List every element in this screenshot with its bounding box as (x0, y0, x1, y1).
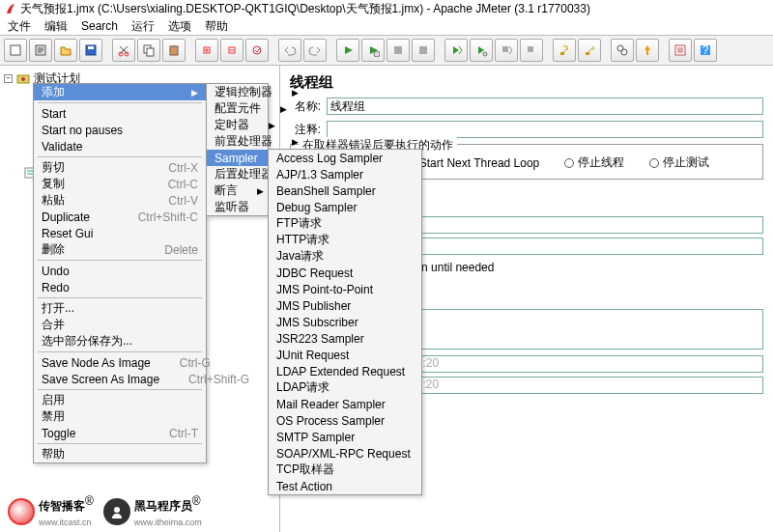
start-button[interactable] (336, 39, 359, 62)
ctx-help[interactable]: 帮助 (34, 446, 206, 462)
ctx2-timer[interactable]: 定时器▶ (207, 117, 268, 133)
menu-file[interactable]: 文件 (8, 18, 31, 35)
ctx-merge[interactable]: 合并 (34, 317, 206, 333)
sampler-item-3[interactable]: Debug Sampler (269, 199, 421, 215)
ctx2-listener[interactable]: 监听器▶ (207, 199, 268, 215)
help-button[interactable]: ? (694, 39, 717, 62)
ctx-saveas[interactable]: 选中部分保存为... (34, 333, 206, 350)
ctx-delete[interactable]: 删除Delete (34, 241, 206, 258)
radio-start-next[interactable]: Start Next Thread Loop (406, 154, 540, 171)
copy-button[interactable] (137, 39, 160, 62)
svg-rect-8 (170, 46, 178, 55)
sampler-item-1[interactable]: AJP/1.3 Sampler (269, 166, 421, 182)
sampler-item-14[interactable]: LDAP请求 (269, 379, 421, 396)
function-helper-button[interactable] (669, 39, 692, 62)
ctx2-sampler[interactable]: Sampler▶ (207, 150, 268, 166)
new-button[interactable] (4, 39, 27, 62)
sampler-item-2[interactable]: BeanShell Sampler (269, 182, 421, 199)
sampler-item-17[interactable]: SMTP Sampler (269, 429, 421, 445)
svg-text:?: ? (702, 43, 709, 57)
ctx-cut[interactable]: 剪切Ctrl-X (34, 159, 206, 176)
logo-itcast: 传智播客® www.itcast.cn (8, 494, 94, 528)
collapse-button[interactable] (220, 39, 243, 62)
menu-help[interactable]: 帮助 (205, 18, 228, 35)
shutdown-button[interactable] (412, 39, 435, 62)
remote-stop-button[interactable] (495, 39, 518, 62)
ctx-enable[interactable]: 启用 (34, 392, 206, 408)
menu-search[interactable]: Search (81, 19, 118, 33)
sampler-item-15[interactable]: Mail Reader Sampler (269, 396, 421, 412)
templates-button[interactable] (29, 39, 52, 62)
ctx2-config[interactable]: 配置元件▶ (207, 100, 268, 117)
title-bar: 天气预报1.jmx (C:\Users\xialing.DESKTOP-QKT1… (0, 0, 773, 17)
menu-edit[interactable]: 编辑 (44, 18, 68, 35)
sampler-item-5[interactable]: HTTP请求 (269, 232, 421, 248)
ctx2-pre[interactable]: 前置处理器▶ (207, 133, 268, 150)
sampler-item-8[interactable]: JMS Point-to-Point (269, 281, 421, 297)
expand-button[interactable] (195, 39, 218, 62)
ctx-start[interactable]: Start (34, 105, 206, 122)
sampler-item-16[interactable]: OS Process Sampler (269, 412, 421, 429)
ctx2-post[interactable]: 后置处理器▶ (207, 166, 268, 182)
remote-start-button[interactable] (444, 39, 468, 62)
svg-rect-3 (88, 46, 94, 49)
remote-start-notimers-button[interactable] (470, 39, 493, 62)
ctx-copy[interactable]: 复制Ctrl-C (34, 176, 206, 192)
open-button[interactable] (54, 39, 77, 62)
clear-all-button[interactable] (578, 39, 601, 62)
sampler-item-7[interactable]: JDBC Request (269, 265, 421, 281)
sampler-item-0[interactable]: Access Log Sampler (269, 150, 421, 166)
sampler-item-18[interactable]: SOAP/XML-RPC Request (269, 445, 421, 462)
ctx-redo[interactable]: Redo (34, 279, 206, 295)
svg-rect-20 (586, 52, 589, 55)
ctx-open[interactable]: 打开... (34, 300, 206, 317)
yuan-input[interactable] (377, 238, 763, 255)
name-input[interactable] (327, 98, 763, 115)
menu-options[interactable]: 选项 (168, 18, 191, 35)
sampler-item-6[interactable]: Java请求 (269, 248, 421, 265)
ctx-reset[interactable]: Reset Gui (34, 225, 206, 241)
svg-rect-18 (528, 46, 533, 52)
radio-stop-test[interactable]: 停止测试 (649, 154, 709, 171)
ctx-disable[interactable]: 禁用 (34, 408, 206, 425)
save-button[interactable] (79, 39, 102, 62)
toggle-button[interactable] (245, 39, 269, 62)
ctx2-assert[interactable]: 断言▶ (207, 182, 268, 199)
ctx-toggle[interactable]: ToggleCtrl-T (34, 425, 206, 441)
context-menu-main: 添加▶ Start Start no pauses Validate 剪切Ctr… (33, 83, 207, 463)
testplan-icon (16, 71, 30, 85)
menu-run[interactable]: 运行 (131, 18, 155, 35)
tree-toggle-icon[interactable]: − (4, 74, 13, 83)
reset-search-button[interactable] (636, 39, 659, 62)
ctx-validate[interactable]: Validate (34, 138, 206, 154)
sampler-item-19[interactable]: TCP取样器 (269, 462, 421, 478)
ctx-start-nopauses[interactable]: Start no pauses (34, 122, 206, 138)
sampler-item-11[interactable]: JSR223 Sampler (269, 330, 421, 347)
svg-rect-14 (394, 46, 402, 54)
ctx-duplicate[interactable]: DuplicateCtrl+Shift-C (34, 209, 206, 225)
ctx-savenode[interactable]: Save Node As ImageCtrl-G (34, 354, 206, 371)
sampler-item-12[interactable]: JUnit Request (269, 347, 421, 363)
sampler-item-10[interactable]: JMS Subscriber (269, 314, 421, 330)
comment-input[interactable] (327, 121, 763, 138)
ctx-add[interactable]: 添加▶ (34, 84, 206, 100)
stop-button[interactable] (386, 39, 410, 62)
clear-button[interactable] (553, 39, 576, 62)
search-button[interactable] (611, 39, 634, 62)
remote-shutdown-button[interactable] (520, 39, 543, 62)
radio-stop-thread[interactable]: 停止线程 (564, 154, 624, 171)
paste-button[interactable] (162, 39, 186, 62)
redo-button[interactable] (303, 39, 327, 62)
ctx-undo[interactable]: Undo (34, 263, 206, 279)
seconds-input[interactable] (377, 216, 763, 234)
sampler-item-4[interactable]: FTP请求 (269, 215, 421, 232)
ctx2-logic[interactable]: 逻辑控制器▶ (207, 84, 268, 100)
sampler-item-13[interactable]: LDAP Extended Request (269, 363, 421, 379)
start-notimers-button[interactable] (361, 39, 385, 62)
ctx-paste[interactable]: 粘贴Ctrl-V (34, 192, 206, 209)
ctx-savescreen[interactable]: Save Screen As ImageCtrl+Shift-G (34, 371, 206, 387)
sampler-item-20[interactable]: Test Action (269, 478, 421, 494)
cut-button[interactable] (112, 39, 135, 62)
sampler-item-9[interactable]: JMS Publisher (269, 297, 421, 314)
undo-button[interactable] (278, 39, 301, 62)
